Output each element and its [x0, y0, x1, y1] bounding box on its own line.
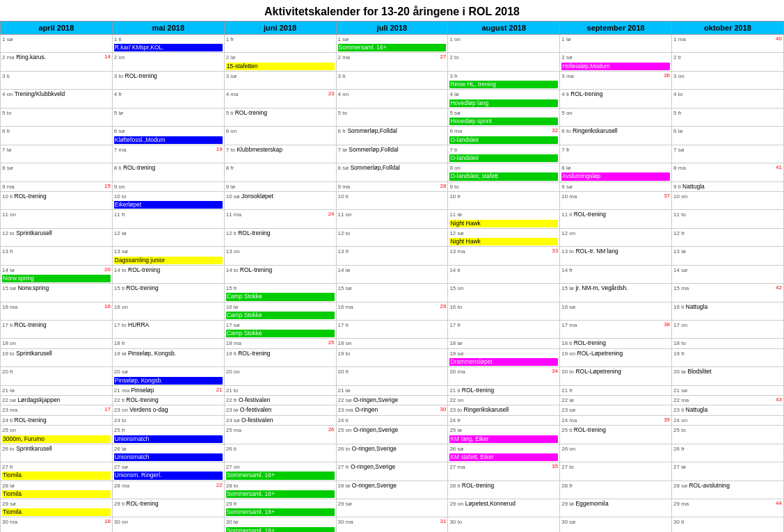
- table-row: 23 on Verdens o-dag: [112, 405, 224, 415]
- table-row: 19 ti ROL-trening: [224, 348, 336, 366]
- table-row: 24 to: [112, 415, 224, 425]
- table-row: 16 sø: [560, 302, 672, 320]
- table-row: 22 sø Lørdagskjappen: [1, 396, 113, 405]
- table-row: 6 fr Sommerløp,Folldal: [336, 127, 448, 145]
- table-row: 18 to: [672, 339, 784, 348]
- table-row: 26 lø Unionsmatch: [112, 444, 224, 462]
- table-row: 27 fr Tiomila: [1, 462, 113, 481]
- table-row: 23 ti Nattugla: [672, 405, 784, 415]
- table-row: 29 ma44: [672, 499, 784, 517]
- table-row: 3 on: [672, 71, 784, 89]
- table-row: 27 on Sommersaml. 16+: [224, 462, 336, 481]
- table-row: 10 fr: [448, 191, 560, 209]
- table-row: 18 ti ROL-trening: [560, 339, 672, 348]
- table-row: 14 to ROL-trening: [112, 265, 224, 283]
- table-row: 20 on: [224, 367, 336, 385]
- table-row: 3 ti: [336, 71, 448, 89]
- table-row: 9 on: [112, 182, 224, 191]
- table-row: 7 to Klubbmesterskap: [224, 145, 336, 163]
- table-row: 7 ti O-landsleir: [448, 145, 560, 163]
- header-september: september 2018: [560, 22, 672, 35]
- table-row: 1 sø: [1, 35, 113, 53]
- table-row: 9 sø: [560, 182, 672, 191]
- table-row: 11 fr: [112, 210, 224, 228]
- table-row: 14 lø Norw.spring20: [1, 265, 113, 283]
- table-row: 15 ma42: [672, 284, 784, 302]
- table-row: 5 lø: [112, 108, 224, 126]
- table-row: 22 lø: [560, 396, 672, 405]
- table-row: 3 ti: [1, 71, 113, 89]
- table-row: 30 lø Sommersaml. 16+: [224, 517, 336, 532]
- table-row: 28 ma22: [112, 481, 224, 499]
- table-row: 13 fr: [1, 247, 113, 265]
- table-row: 3 ma36: [560, 71, 672, 89]
- table-row: 9 ma15: [1, 182, 113, 191]
- table-row: 10 sø Jonsokløpet: [224, 191, 336, 209]
- table-row: 29 sø Tiomila: [1, 499, 113, 517]
- table-row: 17 ti ROL-trening: [1, 320, 113, 338]
- table-row: 24 fr: [448, 415, 560, 425]
- table-row: 23 lø O-festivalen: [224, 405, 336, 415]
- table-row: 8 sø Sommerløp,Folldal: [336, 163, 448, 182]
- table-row: 12 sø Night Hawk: [448, 228, 560, 246]
- table-row: 6 fr: [1, 127, 113, 145]
- header-juni: juni 2018: [224, 22, 336, 35]
- calendar-container: april 2018 mai 2018 juni 2018 juli 2018 …: [0, 21, 784, 532]
- table-row: 26 fr: [672, 444, 784, 462]
- table-row: 21 to: [224, 385, 336, 395]
- table-row: 25 to: [672, 426, 784, 444]
- table-row: 12 to: [336, 228, 448, 246]
- table-row: 26 to O-ringen,Sverige: [336, 444, 448, 462]
- table-row: 21 fr: [560, 385, 672, 395]
- table-row: 5 to: [336, 108, 448, 126]
- table-row: 24 sø O-festivalen: [224, 415, 336, 425]
- table-row: 17 fr: [448, 320, 560, 338]
- table-row: 30 ma18: [1, 517, 113, 532]
- table-row: 14 lø: [336, 265, 448, 283]
- table-row: 28 fr: [560, 481, 672, 499]
- table-row: 13 ma33: [448, 247, 560, 265]
- table-row: 27 lø: [672, 462, 784, 481]
- table-row: 18 fr: [112, 339, 224, 348]
- table-row: 21 ti ROL-trening: [448, 385, 560, 395]
- table-row: 13 lø: [672, 247, 784, 265]
- table-row: 15 lø jr. NM-m, Vegårdsh.: [560, 284, 672, 302]
- table-row: 13 sø Dagssamling junior: [112, 247, 224, 265]
- table-row: 20 ma34: [448, 367, 560, 385]
- table-row: 28 to Sommersaml. 16+: [224, 481, 336, 499]
- table-row: 11 to: [672, 210, 784, 228]
- table-row: 1 on: [448, 35, 560, 53]
- table-row: 2 sø Holleialøp.Modum: [560, 53, 672, 71]
- table-row: 16 on: [112, 302, 224, 320]
- table-row: 29 sø: [336, 499, 448, 517]
- table-row: 19 on ROL-Løpetrening: [560, 348, 672, 366]
- table-row: 18 on: [336, 339, 448, 348]
- table-row: 19 to: [336, 348, 448, 366]
- table-row: 28 lø Tiomila: [1, 481, 113, 499]
- table-row: 19 lø Pinseløp, Kongsb.: [112, 348, 224, 366]
- table-row: 17 ti: [336, 320, 448, 338]
- table-row: 22 on: [448, 396, 560, 405]
- header-mai: mai 2018: [112, 22, 224, 35]
- table-row: 10 to Eikerløpet: [112, 191, 224, 209]
- table-row: 10 ti ROL-trening: [1, 191, 113, 209]
- table-row: 7 fr: [560, 145, 672, 163]
- page-title: Aktivitetskalender for 13-20 åringene i …: [0, 0, 784, 21]
- table-row: 11 ma24: [224, 210, 336, 228]
- table-row: 12 lø: [112, 228, 224, 246]
- table-row: 4 on Trening/Klubbkveld: [1, 90, 113, 108]
- table-row: 2 to: [448, 53, 560, 71]
- table-row: 14 to ROL-trening: [224, 265, 336, 283]
- calendar-table: april 2018 mai 2018 juni 2018 juli 2018 …: [0, 21, 784, 532]
- table-row: 10 ma37: [560, 191, 672, 209]
- table-row: 13 to ROL-tr. NM lang: [560, 247, 672, 265]
- table-row: 23 sø: [560, 405, 672, 415]
- table-row: 16 lø Camp Stokke: [224, 302, 336, 320]
- table-row: 22 ma43: [672, 396, 784, 405]
- table-row: 18 lø: [448, 339, 560, 348]
- table-row: 20 to ROL-Løpetrening: [560, 367, 672, 385]
- table-row: 25 ti ROL-trening: [560, 426, 672, 444]
- table-row: 19 to Sprintkarusell: [1, 348, 113, 366]
- table-row: 10 ti: [336, 191, 448, 209]
- table-row: 8 ma41: [672, 163, 784, 182]
